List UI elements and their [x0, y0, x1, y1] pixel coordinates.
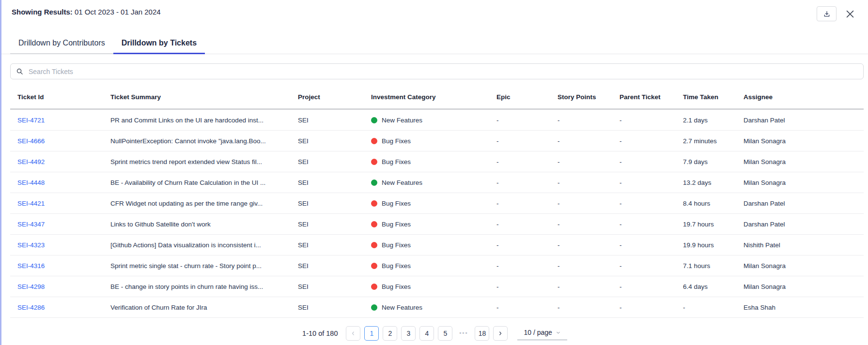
last-page-button[interactable]: 18 — [475, 326, 489, 341]
investment-category-cell: Bug Fixes — [371, 241, 496, 249]
epic-cell: - — [496, 158, 558, 165]
project-cell: SEI — [298, 304, 371, 311]
category-label: Bug Fixes — [382, 262, 411, 270]
ticket-id-link[interactable]: SEI-4448 — [17, 179, 45, 186]
top-actions — [817, 6, 855, 21]
category-dot-icon — [371, 263, 377, 269]
ticket-id-cell: SEI-4316 — [10, 262, 110, 270]
ticket-id-link[interactable]: SEI-4421 — [17, 200, 45, 207]
pagination-summary: 1-10 of 180 — [302, 330, 338, 337]
tickets-table: Ticket Id Ticket Summary Project Investm… — [10, 79, 864, 318]
table-row[interactable]: SEI-4721 PR and Commit Links on the UI a… — [10, 110, 864, 131]
pagination-ellipsis[interactable]: ••• — [456, 330, 471, 337]
table-row[interactable]: SEI-4323 [Github Actions] Data visualiza… — [10, 235, 864, 255]
assignee-cell: Nishith Patel — [744, 241, 864, 249]
ticket-summary-cell: Verification of Churn Rate for JIra — [110, 304, 298, 311]
tab-drilldown-by-contributors[interactable]: Drilldown by Contributors — [10, 34, 113, 54]
epic-cell: - — [496, 200, 558, 207]
story-points-cell: - — [558, 158, 620, 165]
table-body: SEI-4721 PR and Commit Links on the UI a… — [10, 110, 864, 318]
column-header-parent-ticket: Parent Ticket — [620, 93, 683, 101]
ticket-summary-cell: PR and Commit Links on the UI are hardco… — [110, 117, 298, 124]
story-points-cell: - — [558, 179, 620, 186]
category-dot-icon — [371, 242, 377, 248]
ticket-id-link[interactable]: SEI-4323 — [17, 241, 45, 249]
close-icon — [845, 9, 855, 19]
story-points-cell: - — [558, 283, 620, 290]
next-page-button[interactable] — [493, 326, 508, 341]
table-row[interactable]: SEI-4666 NullPointerException: Cannot in… — [10, 131, 864, 151]
ticket-id-link[interactable]: SEI-4492 — [17, 158, 45, 165]
ticket-id-link[interactable]: SEI-4286 — [17, 304, 45, 311]
table-row[interactable]: SEI-4298 BE - change in story points in … — [10, 276, 864, 297]
epic-cell: - — [496, 179, 558, 186]
investment-category-cell: Bug Fixes — [371, 200, 496, 207]
table-row[interactable]: SEI-4421 CFR Widget not updating as per … — [10, 193, 864, 214]
category-label: New Features — [382, 117, 422, 124]
ticket-id-link[interactable]: SEI-4298 — [17, 283, 45, 290]
close-button[interactable] — [845, 9, 855, 19]
ticket-id-link[interactable]: SEI-4666 — [17, 137, 45, 145]
story-points-cell: - — [558, 221, 620, 228]
ticket-id-link[interactable]: SEI-4721 — [17, 117, 45, 124]
assignee-cell: Milan Sonagra — [744, 262, 864, 270]
assignee-cell: Milan Sonagra — [744, 179, 864, 186]
ticket-id-link[interactable]: SEI-4316 — [17, 262, 45, 270]
tab-drilldown-by-tickets[interactable]: Drilldown by Tickets — [113, 34, 205, 54]
category-dot-icon — [371, 117, 377, 123]
search-bar — [10, 63, 864, 79]
page-button-1[interactable]: 1 — [364, 326, 379, 341]
drilldown-panel: { "header": { "showing_results_label": "… — [0, 0, 868, 345]
previous-page-button[interactable] — [346, 326, 360, 341]
time-taken-cell: 19.9 hours — [683, 241, 744, 249]
assignee-cell: Milan Sonagra — [744, 158, 864, 165]
page-button-3[interactable]: 3 — [401, 326, 416, 341]
ticket-summary-cell: Links to Github Satellite don't work — [110, 221, 298, 228]
table-row[interactable]: SEI-4492 Sprint metrics trend report ext… — [10, 151, 864, 172]
ticket-summary-cell: CFR Widget not updating as per the time … — [110, 200, 298, 207]
epic-cell: - — [496, 304, 558, 311]
ticket-id-cell: SEI-4421 — [10, 200, 110, 207]
page-button-4[interactable]: 4 — [419, 326, 434, 341]
parent-ticket-cell: - — [620, 262, 683, 270]
chevron-down-icon — [556, 330, 561, 335]
project-cell: SEI — [298, 241, 371, 249]
page-button-5[interactable]: 5 — [438, 326, 452, 341]
parent-ticket-cell: - — [620, 158, 683, 165]
page-button-2[interactable]: 2 — [383, 326, 397, 341]
ticket-summary-cell: BE - change in story points in churn rat… — [110, 283, 298, 290]
category-label: New Features — [382, 304, 422, 311]
column-header-assignee: Assignee — [744, 93, 864, 101]
category-dot-icon — [371, 180, 377, 186]
ticket-id-cell: SEI-4298 — [10, 283, 110, 290]
parent-ticket-cell: - — [620, 117, 683, 124]
category-dot-icon — [371, 284, 377, 290]
pagination: 1-10 of 180 12345 ••• 18 10 / page — [1, 326, 868, 341]
assignee-cell: Darshan Patel — [744, 221, 864, 228]
parent-ticket-cell: - — [620, 283, 683, 290]
table-row[interactable]: SEI-4316 Sprint metric single stat - chu… — [10, 255, 864, 276]
table-row[interactable]: SEI-4347 Links to Github Satellite don't… — [10, 214, 864, 235]
category-label: New Features — [382, 179, 422, 186]
column-header-ticket-id: Ticket Id — [10, 93, 110, 101]
download-button[interactable] — [817, 6, 837, 21]
category-dot-icon — [371, 221, 377, 227]
time-taken-cell: 13.2 days — [683, 179, 744, 186]
category-dot-icon — [371, 304, 377, 311]
ticket-summary-cell: Sprint metric single stat - churn rate -… — [110, 262, 298, 270]
page-size-value: 10 / page — [524, 329, 552, 336]
epic-cell: - — [496, 117, 558, 124]
date-range: 01 Oct 2023 - 01 Jan 2024 — [75, 8, 161, 16]
search-input[interactable] — [28, 67, 858, 76]
page-size-selector[interactable]: 10 / page — [517, 327, 567, 340]
ticket-id-cell: SEI-4286 — [10, 304, 110, 311]
epic-cell: - — [496, 241, 558, 249]
table-row[interactable]: SEI-4448 BE - Availability of Churn Rate… — [10, 172, 864, 193]
table-row[interactable]: SEI-4286 Verification of Churn Rate for … — [10, 297, 864, 318]
chevron-left-icon — [350, 330, 356, 336]
category-label: Bug Fixes — [382, 158, 411, 165]
investment-category-cell: New Features — [371, 117, 496, 124]
ticket-id-link[interactable]: SEI-4347 — [17, 221, 45, 228]
ticket-id-cell: SEI-4492 — [10, 158, 110, 165]
time-taken-cell: - — [683, 304, 744, 311]
